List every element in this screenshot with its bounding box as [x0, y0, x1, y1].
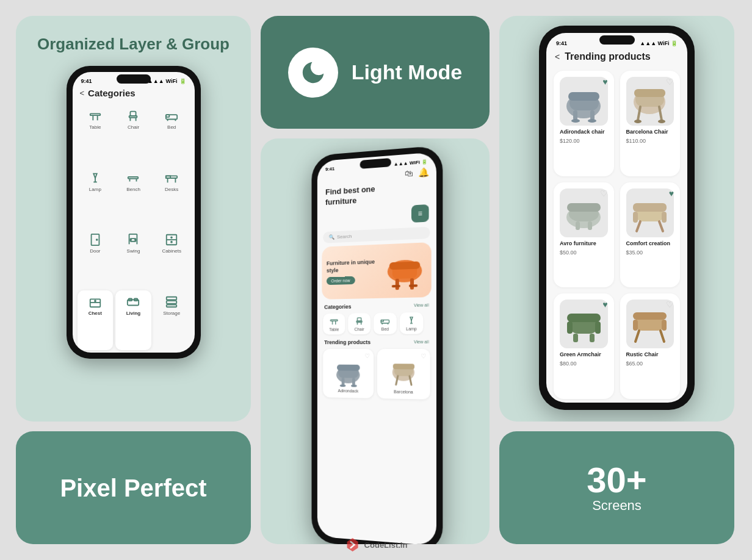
- svg-point-32: [171, 242, 172, 243]
- card1-title: Organized Layer & Group: [25, 34, 242, 55]
- svg-rect-54: [356, 321, 362, 322]
- svg-rect-79: [590, 110, 595, 120]
- cat-storage[interactable]: Storage: [154, 290, 190, 350]
- svg-rect-41: [167, 301, 177, 304]
- svg-rect-20: [166, 176, 170, 178]
- card-pixel-perfect: Pixel Perfect: [16, 431, 251, 544]
- svg-rect-93: [588, 221, 592, 230]
- svg-rect-0: [90, 113, 101, 115]
- svg-rect-72: [392, 364, 414, 369]
- card-middle-phone: 9:41 ▲▲▲ WiFi 🔋 🛍🔔 Find best onefurnitur…: [261, 138, 490, 544]
- cat-lamp[interactable]: Lamp: [78, 167, 114, 226]
- cat-living[interactable]: Living: [115, 290, 151, 350]
- cat-desks[interactable]: Desks: [154, 167, 190, 226]
- svg-rect-42: [167, 305, 177, 307]
- svg-line-110: [635, 331, 639, 342]
- svg-rect-66: [341, 378, 344, 385]
- product-comfort[interactable]: ♥: [620, 182, 681, 288]
- phone-mockup-1: 9:41 ▲▲▲WiFi🔋 < Categories: [67, 66, 201, 359]
- svg-rect-104: [573, 334, 578, 342]
- svg-rect-107: [633, 312, 667, 320]
- pixel-perfect-title: Pixel Perfect: [60, 474, 206, 502]
- product-green-armchair[interactable]: ♥: [554, 293, 614, 399]
- svg-rect-67: [352, 378, 355, 385]
- svg-rect-4: [129, 116, 137, 118]
- codelist-watermark: CodeList.in: [345, 537, 408, 553]
- phone-mockup-3: 9:41 ▲▲▲ WiFi 🔋 < Trending products: [539, 26, 695, 410]
- svg-rect-8: [166, 115, 170, 117]
- svg-point-22: [96, 239, 98, 240]
- svg-rect-49: [408, 284, 417, 287]
- svg-rect-97: [662, 212, 667, 223]
- svg-rect-95: [633, 203, 667, 212]
- cat-cabinets[interactable]: Cabinets: [154, 228, 190, 288]
- svg-rect-105: [590, 334, 595, 342]
- svg-rect-103: [595, 321, 601, 334]
- svg-rect-92: [576, 221, 580, 230]
- svg-rect-48: [391, 285, 400, 287]
- svg-rect-40: [167, 297, 177, 300]
- svg-point-88: [658, 120, 665, 123]
- light-mode-label: Light Mode: [352, 60, 462, 84]
- card-organized-layer: Organized Layer & Group 9:41 ▲▲▲WiFi🔋: [16, 16, 251, 422]
- svg-rect-77: [568, 92, 599, 101]
- card-screens: 30+ Screens: [499, 431, 734, 544]
- phone-mockup-2: 9:41 ▲▲▲ WiFi 🔋 🛍🔔 Find best onefurnitur…: [311, 145, 443, 544]
- svg-point-36: [95, 300, 96, 301]
- svg-rect-109: [662, 320, 667, 331]
- cat-bed[interactable]: Bed: [154, 104, 190, 164]
- product-barcelona[interactable]: ♡: [620, 71, 681, 176]
- cat-chest[interactable]: Chest: [78, 290, 114, 350]
- svg-point-68: [339, 384, 345, 387]
- product-adirondack[interactable]: ♥: [554, 71, 614, 176]
- svg-rect-47: [410, 278, 413, 289]
- svg-rect-91: [567, 203, 601, 212]
- cat-swing[interactable]: Swing: [115, 228, 151, 288]
- svg-rect-3: [131, 111, 136, 115]
- svg-rect-45: [389, 261, 419, 270]
- svg-rect-96: [633, 212, 638, 223]
- svg-point-31: [171, 237, 172, 239]
- svg-line-98: [637, 221, 640, 231]
- phone1-time: 9:41: [81, 78, 92, 84]
- phone1-header: Categories: [88, 88, 136, 98]
- screens-label: Screens: [592, 498, 642, 514]
- product-avro[interactable]: ♡ Avro: [554, 182, 614, 288]
- svg-rect-53: [357, 318, 361, 321]
- svg-line-27: [131, 239, 132, 242]
- svg-line-99: [659, 221, 663, 231]
- svg-point-69: [350, 384, 356, 387]
- card-trending: 9:41 ▲▲▲ WiFi 🔋 < Trending products: [499, 16, 734, 422]
- svg-rect-101: [567, 314, 601, 322]
- cat-table[interactable]: Table: [78, 104, 114, 164]
- cat-chair[interactable]: Chair: [115, 104, 151, 164]
- light-mode-icon: [288, 48, 338, 98]
- svg-rect-46: [395, 279, 399, 290]
- cat-bench[interactable]: Bench: [115, 167, 151, 226]
- svg-rect-102: [567, 321, 573, 334]
- svg-line-28: [135, 239, 136, 242]
- svg-point-80: [571, 119, 580, 123]
- svg-point-87: [634, 120, 642, 123]
- svg-rect-65: [336, 364, 360, 370]
- product-rustic[interactable]: ♡: [620, 293, 681, 399]
- svg-point-81: [588, 119, 596, 123]
- card-light-mode: Light Mode: [261, 16, 490, 129]
- svg-rect-78: [573, 110, 577, 120]
- svg-rect-108: [633, 320, 638, 331]
- svg-line-111: [660, 331, 664, 342]
- cat-door[interactable]: Door: [78, 228, 114, 288]
- svg-rect-50: [330, 320, 337, 321]
- svg-rect-58: [381, 320, 383, 321]
- svg-rect-84: [634, 89, 665, 97]
- screens-count: 30+: [587, 462, 646, 498]
